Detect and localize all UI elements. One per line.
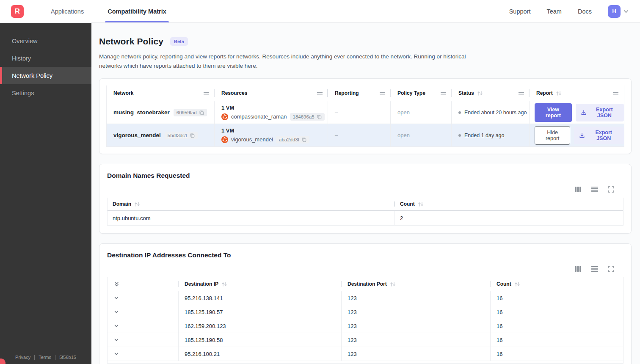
columns-icon[interactable]	[574, 186, 582, 193]
export-json-button[interactable]: Export JSON	[574, 127, 624, 144]
report-cell: Hide report Export JSON	[530, 124, 624, 146]
avatar[interactable]: H	[608, 5, 621, 18]
destination-ip-cell: 95.216.138.141	[179, 291, 342, 305]
destination-port-cell: 123	[342, 347, 491, 361]
col-header-network[interactable]: Network	[107, 85, 215, 101]
domains-table: Domain Count ntp.ubuntu.com 2	[107, 198, 623, 226]
resources-cell: 1 VM compassionate_raman 184696a5	[215, 101, 328, 124]
col-header-report[interactable]: Report	[530, 85, 624, 101]
column-resize-handle-icon[interactable]	[317, 91, 323, 95]
column-resize-handle-icon[interactable]	[379, 91, 386, 95]
col-header-resources[interactable]: Resources	[215, 85, 328, 101]
nav-right: Support Team Docs H	[509, 0, 640, 22]
status-text: Ended 1 day ago	[464, 132, 505, 138]
user-menu[interactable]: H	[608, 5, 629, 18]
domains-card-toolbar	[107, 186, 623, 193]
hide-report-button[interactable]: Hide report	[535, 126, 570, 145]
nav-link-team[interactable]: Team	[546, 8, 561, 15]
col-header-count[interactable]: Count	[491, 277, 623, 291]
networks-table: Network Resources Reporting Policy Type …	[106, 85, 624, 147]
columns-icon[interactable]	[574, 266, 582, 272]
resource-name[interactable]: compassionate_raman	[231, 113, 287, 120]
col-header-count[interactable]: Count	[395, 198, 623, 210]
col-header-destination-port[interactable]: Destination Port	[342, 277, 491, 291]
fullscreen-icon[interactable]	[608, 266, 614, 272]
ips-table: Destination IP Destination Port Count 95…	[107, 277, 623, 364]
nav-tabs: Applications Compatibility Matrix	[39, 0, 178, 22]
domain-cell: ntp.ubuntu.com	[108, 211, 395, 225]
resource-id-badge[interactable]: 184696a5	[290, 113, 325, 121]
main-content: Network Policy Beta Manage network polic…	[91, 23, 640, 364]
count-cell: 16	[491, 333, 623, 347]
nav-link-support[interactable]: Support	[509, 8, 531, 15]
row-expander[interactable]	[108, 347, 179, 361]
col-header-domain[interactable]: Domain	[108, 198, 395, 210]
copy-icon[interactable]	[301, 137, 306, 142]
col-header-status[interactable]: Status	[452, 85, 530, 101]
sidebar-item-overview[interactable]: Overview	[0, 32, 91, 50]
network-name: musing_stonebraker	[113, 109, 170, 116]
destination-ip-cell: 95.216.100.21	[179, 347, 342, 361]
view-report-button[interactable]: View report	[535, 103, 572, 122]
domain-row[interactable]: ntp.ubuntu.com 2	[108, 211, 623, 226]
sort-icon[interactable]	[390, 281, 396, 287]
reporting-cell: –	[328, 124, 391, 146]
sort-icon[interactable]	[477, 91, 483, 96]
column-resize-handle-icon[interactable]	[203, 91, 210, 95]
terms-link[interactable]: Terms	[39, 355, 51, 360]
network-row[interactable]: musing_stonebraker 60959fad 1 VM compass…	[107, 101, 624, 124]
sort-icon[interactable]	[556, 91, 562, 96]
rows-icon[interactable]	[591, 186, 599, 193]
privacy-link[interactable]: Privacy	[15, 355, 30, 360]
footer-divider	[55, 355, 55, 360]
copy-icon[interactable]	[190, 133, 195, 138]
ubuntu-vm-icon	[221, 136, 228, 143]
ip-row[interactable]: 95.216.138.141 123 16	[108, 291, 623, 305]
sort-icon[interactable]	[514, 281, 520, 287]
rows-icon[interactable]	[591, 266, 599, 272]
column-resize-handle-icon[interactable]	[440, 91, 447, 95]
status-cell: Ended about 20 hours ago	[452, 101, 530, 124]
col-header-reporting[interactable]: Reporting	[328, 85, 391, 101]
ip-row[interactable]: 185.125.190.58 123 16	[108, 333, 623, 347]
row-expander[interactable]	[108, 291, 179, 305]
resource-id-badge[interactable]: aba2dd3f	[276, 136, 309, 143]
expand-all-icon[interactable]	[113, 281, 120, 287]
copy-icon[interactable]	[199, 110, 204, 115]
sort-icon[interactable]	[418, 201, 424, 207]
column-resize-handle-icon[interactable]	[518, 91, 524, 95]
sort-icon[interactable]	[221, 281, 227, 287]
tab-compatibility-matrix[interactable]: Compatibility Matrix	[96, 0, 178, 22]
column-resize-handle-icon[interactable]	[612, 91, 619, 95]
fullscreen-icon[interactable]	[608, 186, 614, 193]
sort-icon[interactable]	[134, 201, 140, 207]
col-header-destination-ip[interactable]: Destination IP	[179, 277, 342, 291]
policy-type-cell: open	[391, 124, 452, 146]
tab-applications[interactable]: Applications	[39, 0, 96, 22]
resource-name[interactable]: vigorous_mendel	[231, 136, 273, 143]
col-header-policy-type[interactable]: Policy Type	[391, 85, 452, 101]
sidebar-item-history[interactable]: History	[0, 50, 91, 67]
col-header-expand-all[interactable]	[108, 277, 179, 291]
page-header: Network Policy Beta	[99, 23, 632, 47]
sidebar-item-network-policy[interactable]: Network Policy	[0, 67, 91, 84]
network-id-badge[interactable]: 5bdf3dc1	[165, 132, 198, 139]
chevron-down-icon[interactable]	[623, 8, 629, 14]
app-logo[interactable]: R	[11, 5, 24, 18]
ip-row[interactable]: 95.216.100.21 123 16	[108, 347, 623, 361]
row-expander[interactable]	[108, 319, 179, 333]
network-name: vigorous_mendel	[113, 132, 161, 138]
copy-icon[interactable]	[317, 114, 322, 119]
ip-row[interactable]: 162.159.200.123 123 16	[108, 319, 623, 333]
status-dot	[458, 134, 461, 137]
domains-card-title: Domain Names Requested	[107, 172, 623, 179]
row-expander[interactable]	[108, 333, 179, 347]
nav-link-docs[interactable]: Docs	[578, 8, 592, 15]
status-dot	[458, 111, 461, 114]
export-json-button[interactable]: Export JSON	[576, 104, 624, 121]
row-expander[interactable]	[108, 305, 179, 319]
ip-row[interactable]: 185.125.190.57 123 16	[108, 305, 623, 319]
sidebar-item-settings[interactable]: Settings	[0, 84, 91, 102]
network-row[interactable]: vigorous_mendel 5bdf3dc1 1 VM vigorous_m…	[107, 124, 624, 147]
network-id-badge[interactable]: 60959fad	[174, 109, 207, 116]
